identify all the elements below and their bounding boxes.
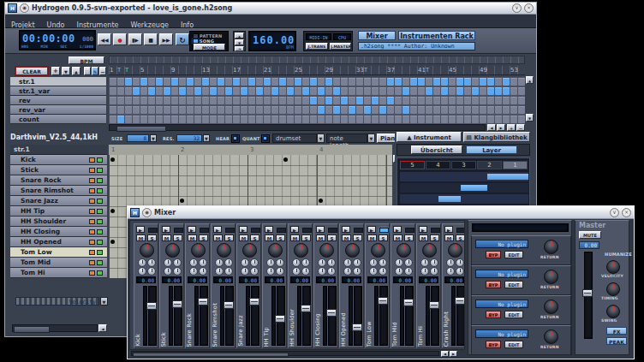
- song-grid-cell[interactable]: [233, 97, 240, 104]
- song-grid-cell[interactable]: [433, 78, 440, 86]
- song-grid-cell[interactable]: [426, 78, 432, 86]
- strip-fader-track[interactable]: [174, 286, 182, 346]
- strip-solo-button[interactable]: S: [379, 234, 388, 241]
- song-grid-cell[interactable]: [287, 97, 294, 104]
- song-grid-cell[interactable]: [495, 106, 502, 114]
- song-grid-cell[interactable]: [495, 87, 502, 95]
- strip-fx-send-knob[interactable]: [250, 258, 259, 267]
- song-timeline-ruler[interactable]: 1TT59131721252933T3741T454953: [109, 66, 525, 75]
- song-grid-cell[interactable]: [117, 87, 124, 95]
- layer-header-4[interactable]: 4: [426, 161, 450, 169]
- song-grid-cell[interactable]: [110, 106, 116, 114]
- song-grid-cell[interactable]: [310, 78, 317, 86]
- song-grid-cell[interactable]: [356, 78, 363, 86]
- note-length-dropdown-icon[interactable]: ▼: [367, 134, 375, 143]
- song-grid-row[interactable]: [109, 86, 525, 96]
- song-grid-cell[interactable]: [410, 78, 417, 86]
- strip-solo-button[interactable]: S: [199, 234, 208, 241]
- mixer-close-icon[interactable]: ×: [622, 208, 631, 217]
- song-grid-cell[interactable]: [472, 97, 479, 104]
- song-grid-cell[interactable]: [318, 106, 325, 114]
- strip-play-icon[interactable]: ▶: [393, 226, 402, 233]
- instrument-solo-led[interactable]: [97, 229, 103, 234]
- layer-row[interactable]: [400, 172, 528, 181]
- song-grid-cell[interactable]: [433, 116, 440, 123]
- song-grid-cell[interactable]: [295, 78, 301, 86]
- note-dot[interactable]: [110, 209, 115, 213]
- song-grid-cell[interactable]: [395, 87, 402, 95]
- song-grid-cell[interactable]: [241, 97, 247, 104]
- strip-fx-send-knob[interactable]: [199, 267, 207, 276]
- song-grid-cell[interactable]: [256, 78, 263, 86]
- strip-solo-button[interactable]: S: [327, 234, 337, 241]
- song-grid-cell[interactable]: [349, 78, 355, 86]
- song-grid-cell[interactable]: [133, 78, 140, 86]
- fx-edit-button[interactable]: EDIT: [504, 311, 523, 318]
- song-grid-cell[interactable]: [187, 106, 194, 114]
- note-dot[interactable]: [319, 199, 323, 203]
- song-grid-cell[interactable]: [187, 78, 194, 86]
- song-grid-cell[interactable]: [510, 87, 517, 95]
- strip-fader-handle[interactable]: [378, 297, 388, 305]
- mixer-strips-scrollbar[interactable]: [131, 351, 439, 356]
- song-grid-cell[interactable]: [271, 106, 278, 114]
- strip-fx-send-knob[interactable]: [241, 258, 249, 267]
- song-grid-cell[interactable]: [433, 87, 440, 95]
- strip-fx-send-knob[interactable]: [138, 267, 146, 276]
- strip-play-icon[interactable]: ▶: [213, 226, 222, 233]
- song-grid-cell[interactable]: [387, 97, 394, 104]
- song-grid-cell[interactable]: [225, 97, 232, 104]
- song-grid-cell[interactable]: [171, 116, 178, 123]
- strip-fx-send-knob[interactable]: [430, 267, 438, 276]
- song-grid-cell[interactable]: [464, 87, 471, 95]
- strip-fx-send-knob[interactable]: [446, 267, 455, 276]
- timeline-tag-strip[interactable]: [109, 56, 525, 64]
- song-grid-cell[interactable]: [210, 78, 217, 86]
- strip-mute-button[interactable]: M: [188, 234, 197, 241]
- song-grid-cell[interactable]: [480, 78, 486, 86]
- song-grid-cell[interactable]: [171, 106, 178, 114]
- song-grid-cell[interactable]: [325, 116, 332, 123]
- master-fx-button[interactable]: FX: [606, 327, 627, 335]
- layer-header-3[interactable]: 3: [451, 161, 476, 169]
- instrument-row-tom-mid[interactable]: Tom Mid: [10, 258, 107, 268]
- song-grid-cell[interactable]: [395, 106, 402, 114]
- song-grid-cell[interactable]: [426, 116, 432, 123]
- song-grid-cell[interactable]: [364, 87, 371, 95]
- strip-fx-send-knob[interactable]: [301, 258, 310, 267]
- song-grid-cell[interactable]: [518, 97, 525, 104]
- clear-pattern-sequence-button[interactable]: CLEAR: [15, 67, 48, 75]
- song-grid-cell[interactable]: [495, 97, 502, 104]
- master-velocity-knob[interactable]: [606, 260, 620, 274]
- instrument-solo-led[interactable]: [97, 157, 103, 163]
- song-grid-cell[interactable]: [418, 87, 425, 95]
- layer-velocity-bar[interactable]: [487, 174, 528, 180]
- song-grid-row[interactable]: [109, 96, 525, 105]
- song-grid-cell[interactable]: [410, 87, 417, 95]
- new-pattern-button[interactable]: +: [51, 67, 60, 75]
- song-grid-cell[interactable]: [179, 97, 186, 104]
- song-grid-cell[interactable]: [410, 116, 417, 123]
- song-grid-cell[interactable]: [364, 97, 371, 104]
- tab-instrument[interactable]: ▲ Instrument: [397, 132, 462, 142]
- strip-fader-handle[interactable]: [326, 309, 337, 317]
- pattern-list-item[interactable]: rev: [10, 96, 106, 105]
- song-zoom-in-icon[interactable]: +: [507, 124, 516, 131]
- song-grid-cell[interactable]: [133, 106, 140, 114]
- song-grid-cell[interactable]: [202, 106, 209, 114]
- strip-mute-button[interactable]: M: [316, 234, 325, 241]
- layer-row[interactable]: [400, 183, 528, 193]
- song-grid-cell[interactable]: [110, 116, 116, 123]
- fx-bypass-button[interactable]: BYP: [486, 281, 501, 288]
- song-grid-cell[interactable]: [233, 106, 240, 114]
- song-grid-cell[interactable]: [379, 106, 386, 114]
- instrument-mute-led[interactable]: [89, 250, 95, 255]
- song-grid-cell[interactable]: [433, 106, 440, 114]
- song-scroll-left-icon[interactable]: ◀: [487, 124, 496, 131]
- song-grid-cell[interactable]: [372, 87, 379, 95]
- song-grid-cell[interactable]: [333, 97, 340, 104]
- strip-pan-knob[interactable]: [448, 243, 462, 258]
- fx-edit-button[interactable]: EDIT: [504, 281, 523, 288]
- strip-play-icon[interactable]: ▶: [342, 226, 350, 233]
- main-titlebar[interactable]: H ◉ Hydrogen 0.9.5-svn-exported - love_i…: [5, 3, 536, 15]
